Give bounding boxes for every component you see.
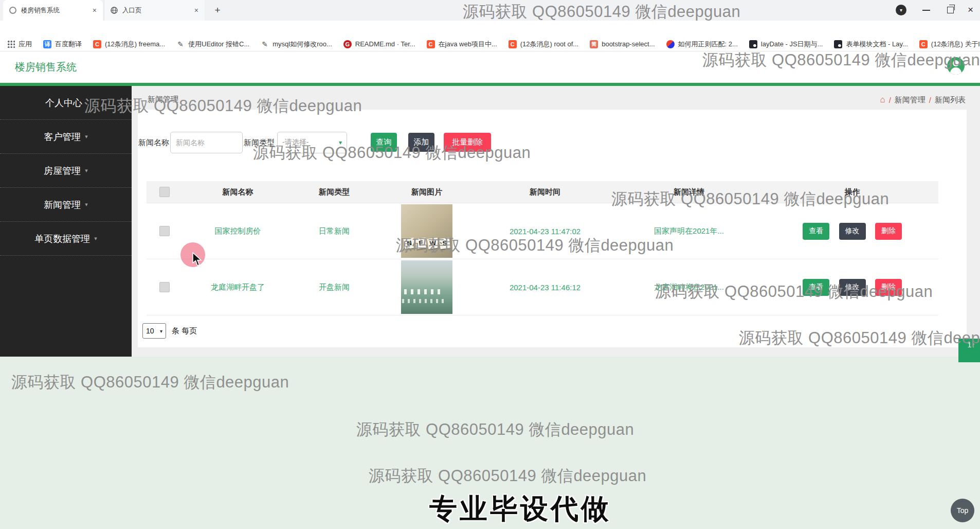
watermark-text: 源码获取 QQ86050149 微信deepguan xyxy=(396,235,674,256)
news-image xyxy=(401,260,452,314)
bookmark-item[interactable]: 表单模块文档 - Lay... xyxy=(834,40,908,49)
apps-grid-icon xyxy=(7,40,15,48)
news-name-label: 新闻名称 xyxy=(138,138,169,148)
mouse-cursor-icon xyxy=(192,252,203,267)
tab-building-sales-system[interactable]: 楼房销售系统 × xyxy=(3,0,103,21)
watermark-text: 源码获取 QQ86050149 微信deepguan xyxy=(84,95,362,117)
tab-close-icon[interactable]: × xyxy=(93,6,97,14)
bookmark-item[interactable]: C (12条消息) root of... xyxy=(509,40,578,49)
tab1-favicon-icon xyxy=(9,7,16,14)
app-title: 楼房销售系统 xyxy=(15,60,77,74)
col-news-name: 新闻名称 xyxy=(183,181,293,203)
news-type-value: 开盘新闻 xyxy=(293,259,375,315)
chevron-down-icon: ▾ xyxy=(85,201,88,208)
baidu-translate-icon: 译 xyxy=(43,40,51,48)
bookmark-item[interactable]: 简 bootstrap-select... xyxy=(590,40,655,48)
bookmark-apps[interactable]: 应用 xyxy=(7,40,32,49)
chevron-down-icon: ▾ xyxy=(85,167,88,174)
news-type-value: 日常新闻 xyxy=(293,203,375,259)
col-news-image: 新闻图片 xyxy=(375,181,478,203)
col-news-time: 新闻时间 xyxy=(478,181,612,203)
csdn-icon: C xyxy=(509,40,517,48)
watermark-text: 源码获取 QQ86050149 微信deepguan xyxy=(463,1,740,23)
csdn-icon: C xyxy=(427,40,435,48)
watermark-text: 源码获取 QQ86050149 微信deepguan xyxy=(739,327,980,349)
pen-icon: ✎ xyxy=(176,40,185,48)
bookmark-item[interactable]: 如何用正则匹配: 2... xyxy=(666,40,738,49)
breadcrumb: ⌂ / 新闻管理 / 新闻列表 xyxy=(880,95,966,105)
csdn-icon: C xyxy=(919,40,928,48)
footer-big-text: 专业毕设代做 xyxy=(429,490,611,528)
sidebar-item-customer-mgmt[interactable]: 客户管理 ▾ xyxy=(0,120,132,154)
bookmark-item[interactable]: C (12条消息) 关于lay... xyxy=(919,40,980,49)
chevron-down-icon: ▾ xyxy=(94,235,97,242)
minimize-button[interactable] xyxy=(922,10,930,11)
layui-icon xyxy=(749,40,757,48)
breadcrumb-news-mgmt[interactable]: 新闻管理 xyxy=(895,95,925,105)
browser-update-icon[interactable]: ▾ xyxy=(896,5,906,15)
news-time-value: 2021-04-23 11:46:12 xyxy=(478,259,612,315)
csdn-icon: C xyxy=(93,40,101,48)
tab-entry-page[interactable]: 入口页 × xyxy=(104,0,205,21)
sidebar-item-page-data-mgmt[interactable]: 单页数据管理 ▾ xyxy=(0,222,132,256)
watermark-text: 源码获取 QQ86050149 微信deepguan xyxy=(369,465,646,487)
chevron-down-icon: ▾ xyxy=(160,328,162,334)
bookmark-item[interactable]: C 在java web项目中... xyxy=(427,40,497,49)
bookmark-item[interactable]: G README.md · Ter... xyxy=(343,40,415,48)
news-name-link[interactable]: 龙庭湖畔开盘了 xyxy=(183,259,293,315)
sidebar: 个人中心 客户管理 ▾ 房屋管理 ▾ 新闻管理 ▾ 单页数据管理 ▾ xyxy=(0,86,132,357)
gitee-icon: G xyxy=(343,40,352,48)
sidebar-item-news-mgmt[interactable]: 新闻管理 ▾ xyxy=(0,188,132,222)
bookmark-item[interactable]: C (12条消息) freema... xyxy=(93,40,165,49)
bookmark-item[interactable]: layDate - JS日期与... xyxy=(749,40,823,49)
home-icon[interactable]: ⌂ xyxy=(880,95,885,105)
jianshu-icon: 简 xyxy=(590,40,598,48)
tab-title: 入口页 xyxy=(122,6,190,15)
row-checkbox[interactable] xyxy=(159,226,170,236)
select-all-checkbox[interactable] xyxy=(159,187,170,197)
per-page-label: 条 每页 xyxy=(172,326,197,336)
watermark-text: 源码获取 QQ86050149 微信deepguan xyxy=(11,372,289,393)
bookmark-item[interactable]: ✎ 使用UEditor 报错C... xyxy=(176,40,249,49)
pen-icon: ✎ xyxy=(261,40,269,48)
watermark-text: 源码获取 QQ86050149 微信deepguan xyxy=(702,49,980,71)
delete-button[interactable]: 删除 xyxy=(875,223,902,240)
watermark-text: 源码获取 QQ86050149 微信deepguan xyxy=(655,281,933,303)
restore-button[interactable] xyxy=(947,7,954,13)
chevron-down-icon: ▾ xyxy=(85,133,88,140)
bookmark-item[interactable]: ✎ mysql如何修改roo... xyxy=(261,40,332,49)
watermark-text: 源码获取 QQ86050149 微信deepguan xyxy=(356,419,634,440)
bookmark-item[interactable]: 译 百度翻译 xyxy=(43,40,82,49)
new-tab-button[interactable]: + xyxy=(211,4,224,17)
tab-title: 楼房销售系统 xyxy=(21,6,88,15)
baidu-paw-icon xyxy=(666,40,675,48)
globe-icon xyxy=(111,7,118,14)
page-size-select[interactable]: 10 ▾ xyxy=(142,323,166,339)
breadcrumb-news-list[interactable]: 新闻列表 xyxy=(935,95,966,105)
row-checkbox[interactable] xyxy=(159,282,170,292)
address-bar: ← → ↻ ⓘ localhost:8080/loufangxiaoshouxi… xyxy=(0,21,980,37)
window-close-button[interactable]: × xyxy=(968,4,973,15)
tab-close-icon[interactable]: × xyxy=(194,6,198,14)
back-to-top-button[interactable]: Top xyxy=(951,499,974,522)
watermark-text: 源码获取 QQ86050149 微信deepguan xyxy=(253,142,531,164)
layui-icon xyxy=(834,40,842,48)
view-button[interactable]: 查看 xyxy=(803,223,829,240)
news-name-input[interactable] xyxy=(170,132,243,153)
col-news-type: 新闻类型 xyxy=(293,181,375,203)
watermark-text: 源码获取 QQ86050149 微信deepguan xyxy=(611,188,889,210)
sidebar-item-house-mgmt[interactable]: 房屋管理 ▾ xyxy=(0,154,132,188)
screen: 楼房销售系统 × 入口页 × + ▾ × ← → ↻ ⓘ localhost:8… xyxy=(0,0,980,529)
edit-button[interactable]: 修改 xyxy=(839,223,866,240)
